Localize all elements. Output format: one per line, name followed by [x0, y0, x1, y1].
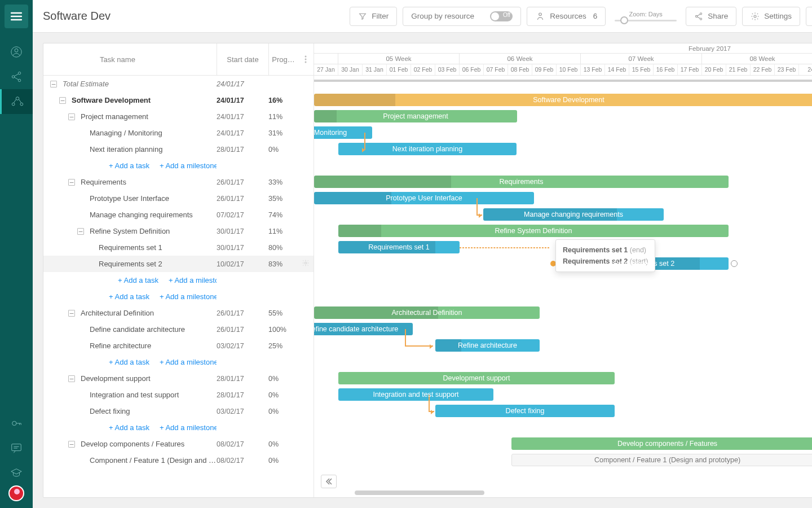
collapse-toggle[interactable]: –: [68, 375, 75, 382]
gantt-bar[interactable]: Integration and test support: [338, 388, 493, 401]
task-progress: 11%: [268, 227, 298, 235]
add-task-link[interactable]: + Add a task: [109, 161, 149, 170]
day-cell: 21 Feb: [726, 64, 751, 75]
task-row[interactable]: Defect fixing03/02/170%: [43, 403, 314, 419]
user-avatar[interactable]: [8, 485, 24, 501]
day-cell: 30 Jan: [338, 64, 363, 75]
gantt-bar[interactable]: Requirements set 1: [338, 241, 460, 253]
page-title: Software Dev: [43, 10, 111, 23]
collapse-toggle[interactable]: –: [68, 113, 75, 120]
collapse-toggle[interactable]: –: [68, 310, 75, 317]
collapse-toggle[interactable]: –: [68, 179, 75, 186]
share-nav-icon[interactable]: [0, 64, 33, 89]
gantt-bar[interactable]: Architectural Definition: [314, 306, 540, 319]
menu-toggle[interactable]: [5, 5, 28, 28]
col-start[interactable]: Start date: [217, 43, 268, 75]
task-row[interactable]: Integration and test support28/01/170%: [43, 387, 314, 403]
add-task-link[interactable]: + Add a task: [109, 423, 149, 432]
gantt-bar[interactable]: Component / Feature 1 (Design and protot…: [511, 454, 812, 466]
collapse-toggle[interactable]: –: [59, 97, 66, 104]
row-settings-icon[interactable]: [302, 259, 310, 269]
col-progress[interactable]: Prog…: [268, 43, 298, 75]
scroll-back-button[interactable]: [321, 475, 337, 488]
collapse-toggle[interactable]: –: [77, 228, 84, 235]
task-row[interactable]: Requirements set 130/01/1780%: [43, 239, 314, 256]
task-row[interactable]: –Project management24/01/1711%: [43, 108, 314, 125]
task-row[interactable]: Refine architecture03/02/1725%: [43, 338, 314, 354]
add-milestone-link[interactable]: + Add a milestone: [160, 423, 217, 432]
add-milestone-link[interactable]: + Add a milestone: [169, 276, 217, 284]
add-row[interactable]: + Add a task+ Add a milestone: [43, 419, 314, 436]
task-row[interactable]: –Software Development24/01/1716%: [43, 92, 314, 108]
gantt-bar[interactable]: Refine architecture: [435, 339, 540, 352]
team-nav-icon[interactable]: [0, 89, 33, 114]
add-milestone-link[interactable]: + Add a milestone: [160, 292, 217, 301]
settings-button[interactable]: Settings: [742, 7, 800, 26]
share-button[interactable]: Share: [686, 7, 736, 26]
gantt-bar[interactable]: Software Development: [314, 94, 812, 106]
dependency-end-ring[interactable]: [731, 260, 738, 267]
task-row[interactable]: –Develop components / Features08/02/170%: [43, 436, 314, 452]
add-task-link[interactable]: + Add a task: [109, 292, 149, 301]
gantt-bar[interactable]: Defect fixing: [435, 405, 615, 417]
task-row[interactable]: Prototype User Interface26/01/1735%: [43, 190, 314, 207]
add-task-link[interactable]: + Add a task: [109, 358, 149, 366]
group-by-toggle[interactable]: Off: [490, 11, 513, 21]
horizontal-scrollbar[interactable]: [355, 491, 484, 495]
collapse-toggle[interactable]: –: [68, 441, 75, 448]
add-milestone-link[interactable]: + Add a milestone: [160, 161, 217, 170]
task-row[interactable]: Define candidate architecture26/01/17100…: [43, 321, 314, 338]
academy-icon[interactable]: [0, 461, 33, 485]
gantt-bar[interactable]: Refine System Definition: [338, 225, 729, 237]
gantt-chart[interactable]: February 2017 05 Week06 Week07 Week08 We…: [314, 43, 812, 497]
filter-button[interactable]: Filter: [350, 7, 397, 26]
gantt-bar[interactable]: Develop components / Features: [511, 437, 812, 450]
svg-point-21: [304, 262, 307, 264]
svg-point-20: [305, 62, 307, 63]
week-cell: [314, 54, 338, 64]
gantt-bar[interactable]: Manage changing requirements: [483, 208, 664, 221]
gantt-bar[interactable]: Development support: [338, 372, 615, 384]
task-row[interactable]: –Refine System Definition30/01/1711%: [43, 223, 314, 239]
add-row[interactable]: + Add a task+ Add a milestone: [43, 272, 314, 288]
task-start: 03/02/17: [217, 408, 268, 415]
task-row[interactable]: –Architectural Definition26/01/1755%: [43, 305, 314, 321]
add-row[interactable]: + Add a task+ Add a milestone: [43, 288, 314, 305]
add-milestone-link[interactable]: + Add a milestone: [160, 358, 217, 366]
col-name[interactable]: Task name: [43, 55, 217, 64]
gantt-bar[interactable]: Project management: [314, 110, 517, 122]
gantt-bar[interactable]: efine candidate architecture: [314, 323, 413, 335]
resources-button[interactable]: Resources 6: [527, 7, 606, 26]
task-row[interactable]: Managing / Monitoring24/01/1731%: [43, 125, 314, 141]
task-row[interactable]: –Total Estimate24/01/17: [43, 76, 314, 92]
group-by-button[interactable]: Group by resource Off: [403, 7, 521, 26]
zoom-slider[interactable]: Zoom: Days: [615, 11, 677, 21]
task-row[interactable]: Next iteration planning28/01/170%: [43, 141, 314, 157]
task-name: Develop components / Features: [81, 440, 184, 448]
day-cell: 23 Feb: [775, 64, 799, 75]
profile-icon[interactable]: [0, 40, 33, 64]
add-row[interactable]: + Add a task+ Add a milestone: [43, 354, 314, 370]
task-start: 28/01/17: [217, 375, 268, 383]
task-row[interactable]: Component / Feature 1 (Design and protot…: [43, 452, 314, 468]
col-menu[interactable]: [298, 43, 314, 75]
gantt-bar[interactable]: Monitoring: [314, 126, 372, 139]
svg-point-10: [539, 13, 542, 16]
gantt-bar[interactable]: Prototype User Interface: [314, 192, 534, 204]
collapse-toggle[interactable]: –: [50, 81, 57, 87]
task-row[interactable]: Requirements set 210/02/1783%: [43, 256, 314, 272]
more-button[interactable]: [806, 7, 812, 26]
task-row[interactable]: –Development support28/01/170%: [43, 370, 314, 387]
task-progress: 74%: [268, 211, 298, 219]
add-row[interactable]: + Add a task+ Add a milestone: [43, 157, 314, 174]
day-cell: 16 Feb: [654, 64, 678, 75]
task-start: 28/01/17: [217, 146, 268, 154]
key-icon[interactable]: [0, 411, 33, 436]
chat-icon[interactable]: [0, 436, 33, 461]
add-task-link[interactable]: + Add a task: [118, 276, 158, 284]
gantt-bar-label: Development support: [443, 374, 510, 382]
gantt-bar[interactable]: Requirements: [314, 176, 729, 188]
task-name: Software Development: [72, 96, 151, 104]
task-row[interactable]: –Requirements26/01/1733%: [43, 174, 314, 190]
task-row[interactable]: Manage changing requirements07/02/1774%: [43, 207, 314, 223]
